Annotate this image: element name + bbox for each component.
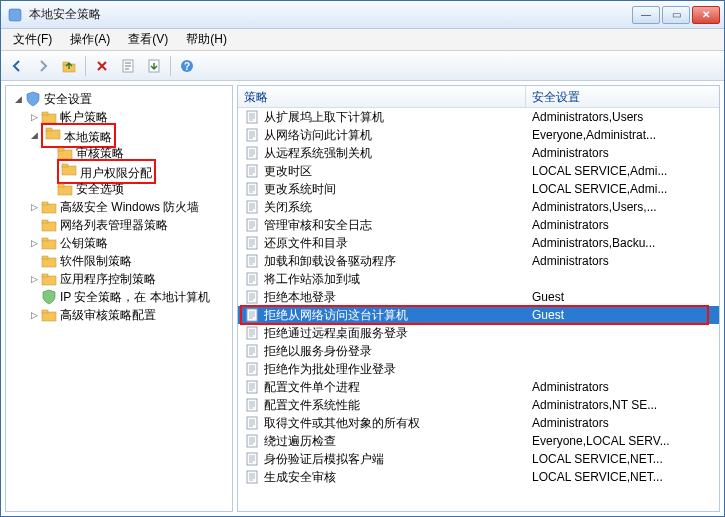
list-row[interactable]: 将工作站添加到域: [238, 270, 719, 288]
cell-policy: 拒绝以服务身份登录: [238, 343, 526, 360]
list-row[interactable]: 配置文件系统性能Administrators,NT SE...: [238, 396, 719, 414]
tree-item[interactable]: 软件限制策略: [6, 252, 232, 270]
list-row[interactable]: 从远程系统强制关机Administrators: [238, 144, 719, 162]
maximize-button[interactable]: ▭: [662, 6, 690, 24]
export-button[interactable]: [142, 54, 166, 78]
menu-action[interactable]: 操作(A): [62, 29, 118, 50]
help-button[interactable]: ?: [175, 54, 199, 78]
column-header-setting[interactable]: 安全设置: [526, 86, 719, 107]
cell-policy: 拒绝通过远程桌面服务登录: [238, 325, 526, 342]
menu-view[interactable]: 查看(V): [120, 29, 176, 50]
list-row[interactable]: 从扩展坞上取下计算机Administrators,Users: [238, 108, 719, 126]
window-title: 本地安全策略: [29, 6, 632, 23]
collapse-icon[interactable]: ◢: [28, 129, 40, 141]
policy-icon: [244, 433, 260, 449]
forward-button[interactable]: [31, 54, 55, 78]
tree-item[interactable]: ▷公钥策略: [6, 234, 232, 252]
list-row[interactable]: 拒绝从网络访问这台计算机Guest: [238, 306, 719, 324]
list-row[interactable]: 拒绝作为批处理作业登录: [238, 360, 719, 378]
close-button[interactable]: ✕: [692, 6, 720, 24]
policy-icon: [244, 469, 260, 485]
back-button[interactable]: [5, 54, 29, 78]
menu-file[interactable]: 文件(F): [5, 29, 60, 50]
list-row[interactable]: 生成安全审核LOCAL SERVICE,NET...: [238, 468, 719, 486]
policy-icon: [244, 271, 260, 287]
svg-rect-29: [247, 111, 257, 123]
tree-item[interactable]: 安全选项: [6, 180, 232, 198]
delete-button[interactable]: [90, 54, 114, 78]
svg-rect-43: [247, 363, 257, 375]
expand-icon[interactable]: ▷: [28, 309, 40, 321]
list-row[interactable]: 更改系统时间LOCAL SERVICE,Admi...: [238, 180, 719, 198]
menu-help[interactable]: 帮助(H): [178, 29, 235, 50]
list-row[interactable]: 取得文件或其他对象的所有权Administrators: [238, 414, 719, 432]
svg-rect-42: [247, 345, 257, 357]
tree-item[interactable]: 用户权限分配: [6, 162, 232, 180]
policy-icon: [244, 145, 260, 161]
list-row[interactable]: 管理审核和安全日志Administrators: [238, 216, 719, 234]
cell-setting: Administrators: [526, 380, 719, 394]
cell-setting: Administrators,NT SE...: [526, 398, 719, 412]
tree-item[interactable]: ▷高级审核策略配置: [6, 306, 232, 324]
tree-item[interactable]: ▷应用程序控制策略: [6, 270, 232, 288]
toolbar-separator: [85, 56, 86, 76]
list-row[interactable]: 配置文件单个进程Administrators: [238, 378, 719, 396]
svg-rect-39: [247, 291, 257, 303]
list-row[interactable]: 拒绝本地登录Guest: [238, 288, 719, 306]
cell-policy: 从网络访问此计算机: [238, 127, 526, 144]
cell-policy-text: 配置文件系统性能: [264, 397, 360, 414]
cell-setting: Administrators,Users,...: [526, 200, 719, 214]
list-row[interactable]: 更改时区LOCAL SERVICE,Admi...: [238, 162, 719, 180]
tree-item-label: 高级安全 Windows 防火墙: [60, 199, 199, 216]
expand-icon[interactable]: ▷: [28, 111, 40, 123]
svg-rect-21: [42, 240, 56, 249]
tree-item[interactable]: 网络列表管理器策略: [6, 216, 232, 234]
svg-rect-47: [247, 435, 257, 447]
cell-policy-text: 还原文件和目录: [264, 235, 348, 252]
policy-icon: [244, 181, 260, 197]
expand-icon[interactable]: ▷: [28, 237, 40, 249]
titlebar[interactable]: 本地安全策略 — ▭ ✕: [1, 1, 724, 29]
cell-policy: 拒绝本地登录: [238, 289, 526, 306]
cell-policy: 拒绝作为批处理作业登录: [238, 361, 526, 378]
tree-item[interactable]: ◢本地策略: [6, 126, 232, 144]
svg-rect-18: [42, 202, 48, 205]
list-body[interactable]: 从扩展坞上取下计算机Administrators,Users从网络访问此计算机E…: [238, 108, 719, 511]
list-row[interactable]: 拒绝通过远程桌面服务登录: [238, 324, 719, 342]
toolbar-separator: [170, 56, 171, 76]
policy-icon: [244, 199, 260, 215]
cell-policy-text: 配置文件单个进程: [264, 379, 360, 396]
svg-rect-35: [247, 219, 257, 231]
list-row[interactable]: 绕过遍历检查Everyone,LOCAL SERV...: [238, 432, 719, 450]
list-row[interactable]: 拒绝以服务身份登录: [238, 342, 719, 360]
folder-icon: [41, 307, 57, 323]
refresh-button[interactable]: [116, 54, 140, 78]
tree-root[interactable]: ◢ 安全设置: [6, 90, 232, 108]
svg-rect-17: [42, 204, 56, 213]
cell-policy-text: 拒绝从网络访问这台计算机: [264, 307, 408, 324]
tree-item[interactable]: ▷帐户策略: [6, 108, 232, 126]
column-header-policy[interactable]: 策略: [238, 86, 526, 107]
expand-icon[interactable]: ▷: [28, 201, 40, 213]
list-row[interactable]: 还原文件和目录Administrators,Backu...: [238, 234, 719, 252]
tree-item[interactable]: IP 安全策略，在 本地计算机: [6, 288, 232, 306]
list-row[interactable]: 从网络访问此计算机Everyone,Administrat...: [238, 126, 719, 144]
no-expand-icon: [28, 219, 40, 231]
expand-icon[interactable]: ▷: [28, 273, 40, 285]
up-button[interactable]: [57, 54, 81, 78]
list-row[interactable]: 身份验证后模拟客户端LOCAL SERVICE,NET...: [238, 450, 719, 468]
folder-icon: [41, 253, 57, 269]
collapse-icon[interactable]: ◢: [12, 93, 24, 105]
svg-rect-48: [247, 453, 257, 465]
tree-pane[interactable]: ◢ 安全设置 ▷帐户策略◢本地策略审核策略用户权限分配安全选项▷高级安全 Win…: [5, 85, 233, 512]
minimize-button[interactable]: —: [632, 6, 660, 24]
svg-rect-16: [58, 184, 64, 187]
policy-icon: [244, 415, 260, 431]
list-row[interactable]: 关闭系统Administrators,Users,...: [238, 198, 719, 216]
list-row[interactable]: 加载和卸载设备驱动程序Administrators: [238, 252, 719, 270]
tree-item[interactable]: ▷高级安全 Windows 防火墙: [6, 198, 232, 216]
svg-rect-30: [247, 129, 257, 141]
cell-policy-text: 拒绝以服务身份登录: [264, 343, 372, 360]
no-expand-icon: [44, 147, 56, 159]
tree-item-label: 安全选项: [76, 181, 124, 198]
